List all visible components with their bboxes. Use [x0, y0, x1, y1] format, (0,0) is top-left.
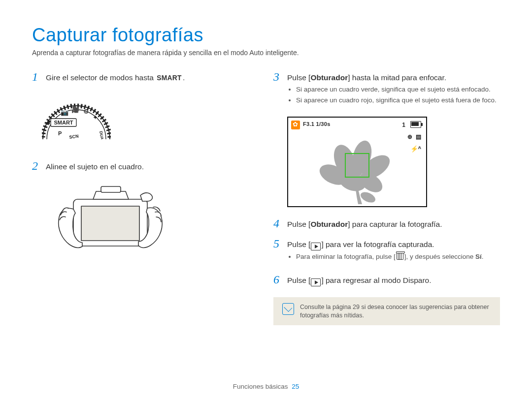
step-1-post: . — [183, 73, 185, 82]
lcd-preview-figure: F3.1 1/30s 1 ⊕ ▤ ⚡A — [287, 117, 427, 207]
note-icon — [282, 303, 294, 315]
svg-rect-14 — [101, 186, 121, 192]
step-5-bul-pre: Para eliminar la fotografía, pulse [ — [296, 253, 396, 260]
step-6-pre: Pulse [ — [287, 276, 310, 284]
exposure-values: F3.1 1/30s — [303, 121, 331, 127]
step-text: Pulse [Obturador] para capturar la fotog… — [287, 217, 442, 230]
svg-text:✦: ✦ — [93, 114, 98, 121]
step-number: 2 — [32, 159, 41, 172]
step-number: 4 — [273, 217, 282, 230]
svg-text:🎥: 🎥 — [71, 105, 80, 114]
page-footer: Funciones básicas 25 — [0, 383, 532, 390]
left-column: 1 Gire el selector de modos hasta SMART. — [32, 70, 259, 325]
step-2: 2 Alinee el sujeto en el cuadro. — [32, 159, 259, 172]
svg-text:📷: 📷 — [61, 108, 69, 117]
zoom-icon: ⊕ — [407, 133, 412, 140]
footer-page-number: 25 — [292, 383, 299, 390]
step-4-post: ] para capturar la fotografía. — [348, 220, 442, 228]
step-number: 1 — [32, 70, 41, 83]
step-4: 4 Pulse [Obturador] para capturar la fot… — [273, 217, 500, 230]
step-3-pre: Pulse [ — [287, 73, 310, 82]
step-6: 6 Pulse [] para regresar al modo Disparo… — [273, 273, 500, 286]
step-5-pre: Pulse [ — [287, 240, 310, 248]
step-5-bul-mid: ], y después seleccione — [404, 253, 475, 260]
svg-rect-15 — [81, 206, 139, 241]
smart-label-inline: SMART — [157, 72, 181, 83]
tip-text: Consulte la página 29 si desea conocer l… — [300, 303, 491, 320]
svg-text:P: P — [58, 130, 62, 136]
svg-text:⚙: ⚙ — [83, 108, 89, 115]
step-text: Pulse [] para ver la fotografía capturad… — [287, 237, 483, 266]
step-text: Alinee el sujeto en el cuadro. — [46, 159, 144, 172]
battery-icon — [410, 121, 421, 128]
playback-icon — [311, 243, 321, 250]
trash-icon — [397, 253, 403, 260]
step-6-post: ] para regresar al modo Disparo. — [321, 276, 431, 284]
playback-icon — [311, 278, 321, 286]
macro-mode-icon — [291, 121, 300, 129]
right-column: 3 Pulse [Obturador] hasta la mitad para … — [273, 70, 500, 325]
mode-dial-figure: 📷 🎥 ⚙ ✦ SMART P SCN DUAL — [42, 90, 259, 147]
flash-auto-icon: ⚡A — [410, 145, 422, 153]
step-4-bold: Obturador — [310, 220, 348, 228]
step-5: 5 Pulse [] para ver la fotografía captur… — [273, 237, 500, 266]
camera-hold-figure — [52, 180, 259, 263]
step-text: Gire el selector de modos hasta SMART. — [46, 70, 185, 83]
step-number: 3 — [273, 70, 282, 110]
step-3-bold: Obturador — [310, 73, 348, 82]
step-number: 5 — [273, 237, 282, 266]
step-3-bullet-2: Si aparece un cuadro rojo, significa que… — [296, 96, 497, 105]
step-1-pre: Gire el selector de modos hasta — [46, 73, 156, 82]
focus-square — [345, 153, 369, 178]
step-text: Pulse [] para regresar al modo Disparo. — [287, 273, 432, 286]
step-3-post: ] hasta la mitad para enfocar. — [348, 73, 446, 82]
step-number: 6 — [273, 273, 282, 286]
page-title: Capturar fotografías — [32, 25, 500, 46]
dial-smart-label: SMART — [54, 120, 73, 125]
step-3-bullet-1: Si aparece un cuadro verde, significa qu… — [296, 85, 497, 94]
tip-box: Consulte la página 29 si desea conocer l… — [273, 297, 500, 326]
step-5-post: ] para ver la fotografía capturada. — [321, 240, 434, 248]
shots-remaining: 1 — [402, 122, 405, 128]
footer-section: Funciones básicas — [233, 383, 288, 390]
step-5-bul-end: . — [482, 253, 484, 260]
step-5-bul-bold: Sí — [475, 253, 482, 260]
step-5-bullet: Para eliminar la fotografía, pulse [], y… — [296, 252, 483, 261]
page-subtitle: Aprenda a capturar fotografías de manera… — [32, 49, 500, 57]
card-icon: ▤ — [416, 133, 421, 140]
step-1: 1 Gire el selector de modos hasta SMART. — [32, 70, 259, 83]
step-4-pre: Pulse [ — [287, 220, 310, 228]
step-text: Pulse [Obturador] hasta la mitad para en… — [287, 70, 497, 110]
step-3: 3 Pulse [Obturador] hasta la mitad para … — [273, 70, 500, 110]
